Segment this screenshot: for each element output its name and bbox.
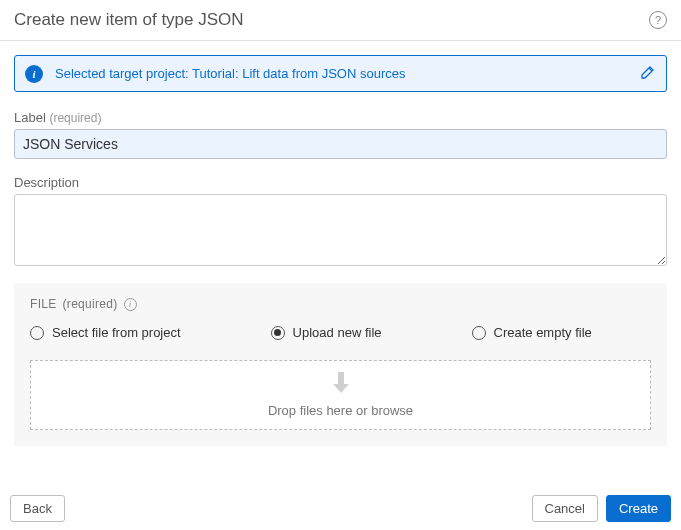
label-field-label: Label (required)	[14, 110, 667, 125]
info-banner: i Selected target project: Tutorial: Lif…	[14, 55, 667, 92]
dialog-header: Create new item of type JSON ?	[0, 0, 681, 40]
radio-upload-new[interactable]: Upload new file	[271, 325, 382, 340]
dropzone-text: Drop files here or browse	[268, 403, 413, 418]
help-icon[interactable]: ?	[649, 11, 667, 29]
radio-create-empty[interactable]: Create empty file	[472, 325, 592, 340]
label-input[interactable]	[14, 129, 667, 159]
download-arrow-icon	[331, 372, 351, 397]
dialog-content: i Selected target project: Tutorial: Lif…	[0, 41, 681, 446]
file-section-header: FILE (required) i	[30, 297, 651, 311]
create-button[interactable]: Create	[606, 495, 671, 522]
back-button[interactable]: Back	[10, 495, 65, 522]
radio-icon	[271, 326, 285, 340]
radio-select-from-project[interactable]: Select file from project	[30, 325, 181, 340]
info-icon[interactable]: i	[124, 298, 137, 311]
description-field-label: Description	[14, 175, 667, 190]
file-dropzone[interactable]: Drop files here or browse	[30, 360, 651, 430]
file-section: FILE (required) i Select file from proje…	[14, 283, 667, 446]
info-banner-text: Selected target project: Tutorial: Lift …	[55, 66, 640, 81]
dialog-title: Create new item of type JSON	[14, 10, 244, 30]
radio-icon	[472, 326, 486, 340]
dialog-footer: Back Cancel Create	[0, 487, 681, 530]
file-source-radio-group: Select file from project Upload new file…	[30, 325, 651, 340]
radio-icon	[30, 326, 44, 340]
edit-icon[interactable]	[640, 64, 656, 83]
svg-rect-0	[338, 372, 344, 384]
info-icon: i	[25, 65, 43, 83]
cancel-button[interactable]: Cancel	[532, 495, 598, 522]
description-textarea[interactable]	[14, 194, 667, 266]
